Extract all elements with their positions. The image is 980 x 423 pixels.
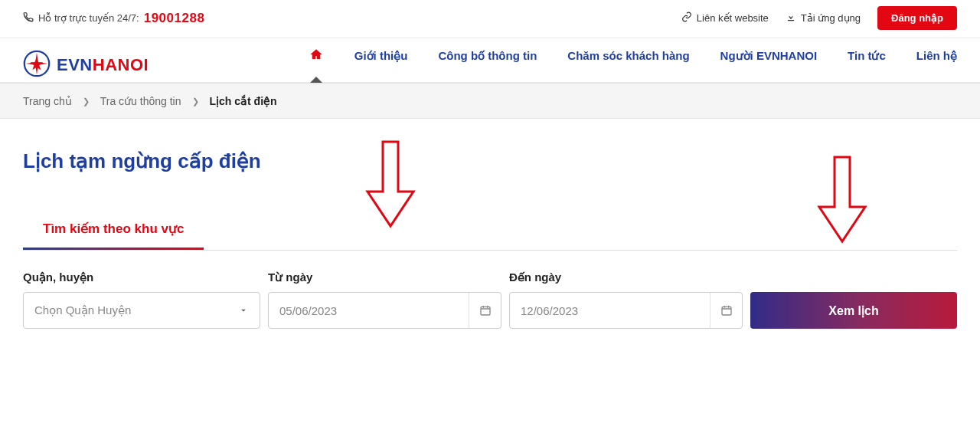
- nav-home[interactable]: [309, 48, 324, 82]
- logo-text-hanoi: HANOI: [93, 55, 149, 74]
- nav-nguoi-evn[interactable]: Người EVNHANOI: [720, 49, 818, 81]
- to-date-col: Đến ngày 12/06/2023: [509, 271, 743, 329]
- link-website[interactable]: Liên kết website: [681, 11, 769, 25]
- district-select[interactable]: Chọn Quận Huyện: [23, 292, 260, 329]
- form: Quận, huyện Chọn Quận Huyện Từ ngày 05/0…: [23, 271, 957, 329]
- district-label: Quận, huyện: [23, 271, 260, 284]
- main-nav: EVNHANOI Giới thiệu Công bố thông tin Ch…: [0, 38, 980, 82]
- download-app-label: Tải ứng dụng: [801, 12, 861, 24]
- link-icon: [681, 11, 692, 25]
- from-date-input[interactable]: 05/06/2023: [268, 292, 501, 329]
- spacer-label: [750, 271, 957, 284]
- logo-text: EVNHANOI: [57, 55, 149, 75]
- content: Lịch tạm ngừng cấp điện Tìm kiếm theo kh…: [0, 119, 980, 352]
- hotline-number[interactable]: 19001288: [144, 11, 205, 26]
- chevron-down-icon: [227, 293, 260, 328]
- link-website-label: Liên kết website: [697, 12, 769, 24]
- login-button[interactable]: Đăng nhập: [877, 6, 957, 30]
- view-schedule-button[interactable]: Xem lịch: [750, 292, 957, 329]
- breadcrumb-lookup[interactable]: Tra cứu thông tin: [100, 95, 181, 107]
- nav-lien-he[interactable]: Liên hệ: [916, 49, 957, 81]
- to-date-label: Đến ngày: [509, 271, 743, 284]
- nav-gioi-thieu[interactable]: Giới thiệu: [354, 49, 408, 81]
- from-date-col: Từ ngày 05/06/2023: [268, 271, 501, 329]
- tab-row: Tìm kiếm theo khu vực: [23, 210, 957, 251]
- nav-cham-soc[interactable]: Chăm sóc khách hàng: [567, 49, 689, 80]
- district-col: Quận, huyện Chọn Quận Huyện: [23, 271, 260, 329]
- logo-text-evn: EVN: [57, 55, 93, 74]
- download-app[interactable]: Tải ứng dụng: [786, 11, 861, 25]
- page-title: Lịch tạm ngừng cấp điện: [23, 149, 957, 173]
- svg-marker-2: [26, 52, 48, 74]
- to-date-value: 12/06/2023: [510, 304, 710, 317]
- chevron-right-icon: ❯: [83, 97, 90, 107]
- from-date-label: Từ ngày: [268, 271, 501, 284]
- logo-icon: [23, 50, 51, 80]
- svg-rect-4: [722, 307, 731, 315]
- top-bar-left: Hỗ trợ trực tuyến 24/7: 19001288: [23, 11, 204, 26]
- top-bar: Hỗ trợ trực tuyến 24/7: 19001288 Liên kế…: [0, 0, 980, 38]
- to-date-input[interactable]: 12/06/2023: [509, 292, 743, 329]
- chevron-right-icon: ❯: [192, 97, 199, 107]
- download-icon: [786, 11, 796, 25]
- logo[interactable]: EVNHANOI: [23, 50, 149, 80]
- support-label: Hỗ trợ trực tuyến 24/7:: [38, 12, 139, 24]
- calendar-icon[interactable]: [469, 293, 501, 328]
- phone-icon: [23, 11, 34, 25]
- submit-col: Xem lịch: [750, 271, 957, 329]
- nav-items: Giới thiệu Công bố thông tin Chăm sóc kh…: [309, 48, 957, 82]
- tab-search-by-area[interactable]: Tìm kiếm theo khu vực: [23, 210, 204, 250]
- breadcrumb: Trang chủ ❯ Tra cứu thông tin ❯ Lịch cắt…: [0, 84, 980, 119]
- top-bar-right: Liên kết website Tải ứng dụng Đăng nhập: [681, 6, 957, 30]
- calendar-icon[interactable]: [710, 293, 742, 328]
- home-icon: [309, 51, 324, 64]
- from-date-value: 05/06/2023: [269, 304, 469, 317]
- nav-cong-bo[interactable]: Công bố thông tin: [438, 49, 537, 81]
- svg-rect-3: [481, 307, 490, 315]
- district-placeholder: Chọn Quận Huyện: [24, 303, 227, 317]
- nav-tin-tuc[interactable]: Tin tức: [848, 49, 886, 81]
- breadcrumb-home[interactable]: Trang chủ: [23, 95, 72, 107]
- breadcrumb-current: Lịch cắt điện: [210, 95, 277, 107]
